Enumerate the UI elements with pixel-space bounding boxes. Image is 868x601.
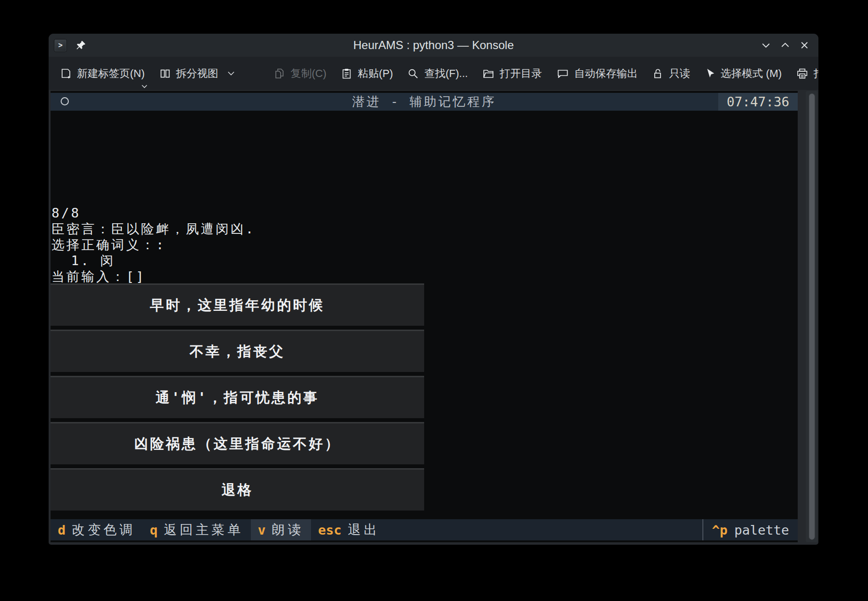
answer-option-4[interactable]: 凶险祸患（这里指命运不好） [51,422,424,464]
search-icon [407,68,419,79]
split-view-icon [159,68,171,79]
minimize-button[interactable] [759,38,773,52]
answer-option-1[interactable]: 早时，这里指年幼的时候 [51,283,424,326]
chevron-up-icon [780,40,790,51]
terminal-area[interactable]: 潜进 - 辅助记忆程序 07:47:36 8/8 臣密言：臣以险衅，夙遭闵凶. … [51,91,798,542]
key-hint: q [150,523,157,537]
auto-save-output-label: 自动保存输出 [574,66,638,81]
cursor-arrow-icon [705,68,715,79]
terminal-wrap: 潜进 - 辅助记忆程序 07:47:36 8/8 臣密言：臣以险衅，夙遭闵凶. … [49,91,818,542]
find-label: 查找(F)... [424,66,467,81]
window-title: HeurAMS : python3 — Konsole [49,38,818,52]
pin-icon[interactable] [76,40,86,51]
footer-key-palette[interactable]: ^p palette [702,519,798,540]
key-hint: d [58,523,65,537]
tui-header-title: 潜进 - 辅助记忆程序 [51,93,798,111]
footer-key-read-aloud[interactable]: v 朗读 [251,519,311,540]
sentence-line: 臣密言：臣以险衅，夙遭闵凶. [52,221,255,237]
key-hint: esc [318,523,342,537]
unlocked-padlock-icon [652,68,664,79]
app-icon-glyph: > [58,41,63,50]
copy-button[interactable]: 复制(C) [274,66,327,81]
question-item-line: 1. 闵 [52,253,255,269]
copy-label: 复制(C) [291,66,327,81]
prompt-line: 选择正确词义：: [52,237,255,253]
answer-option-3[interactable]: 通'悯'，指可忧患的事 [51,376,424,418]
konsole-window: > HeurAMS : python3 — Konsole [49,34,818,545]
footer-key-change-theme[interactable]: d 改变色调 [51,519,143,540]
backspace-option[interactable]: 退格 [51,468,424,511]
answer-option-2[interactable]: 不幸，指丧父 [51,330,424,372]
split-view-button[interactable]: 拆分视图 [159,66,235,81]
new-tab-button[interactable]: 新建标签页(N) [60,66,145,81]
maximize-button[interactable] [778,38,792,52]
chevron-down-icon [761,40,771,51]
key-hint: ^p [712,523,728,537]
close-button[interactable] [797,38,812,52]
split-view-caret-icon[interactable] [227,71,235,76]
new-tab-label: 新建标签页(N) [77,66,145,81]
split-view-label: 拆分视图 [176,66,219,81]
key-action: 返回主菜单 [164,521,244,538]
open-directory-button[interactable]: 打开目录 [482,66,542,81]
read-only-label: 只读 [669,66,690,81]
auto-save-output-button[interactable]: 自动保存输出 [557,66,638,81]
new-tab-dropdown-caret-icon[interactable] [141,84,148,89]
tui-clock: 07:47:36 [718,93,798,111]
terminal-output: 8/8 臣密言：臣以险衅，夙遭闵凶. 选择正确词义：: 1. 闵 当前输入：[] [52,205,255,284]
toolbar: 新建标签页(N) 拆分视图 复制(C) [49,57,818,90]
paste-button[interactable]: 粘贴(P) [341,66,393,81]
select-mode-label: 选择模式 (M) [721,66,782,81]
speech-bubble-icon [557,68,569,79]
app-icon[interactable]: > [54,39,67,52]
new-tab-icon [60,68,72,79]
print-button[interactable]: 打印 [796,66,818,81]
key-hint: v [258,523,266,537]
open-directory-label: 打开目录 [500,66,542,81]
footer-key-main-menu[interactable]: q 返回主菜单 [143,519,250,540]
key-action: 改变色调 [72,521,135,538]
key-action: palette [734,523,789,537]
progress-line: 8/8 [52,205,255,221]
screen: > HeurAMS : python3 — Konsole [0,0,868,601]
footer-key-exit[interactable]: esc 退出 [311,519,387,540]
paste-icon [341,68,352,79]
read-only-button[interactable]: 只读 [652,66,690,81]
paste-label: 粘贴(P) [358,66,393,81]
answer-options: 早时，这里指年幼的时候 不幸，指丧父 通'悯'，指可忧患的事 凶险祸患（这里指命… [51,280,424,511]
key-action: 退出 [348,521,380,538]
printer-icon [796,68,808,79]
folder-icon [482,68,494,79]
scrollbar-thumb[interactable] [809,93,815,540]
key-action: 朗读 [272,521,304,538]
copy-icon [274,68,285,79]
titlebar[interactable]: > HeurAMS : python3 — Konsole [49,34,818,57]
print-label: 打印 [814,66,818,81]
tui-footer: d 改变色调 q 返回主菜单 v 朗读 esc 退出 [51,519,798,540]
select-mode-button[interactable]: 选择模式 (M) [705,66,782,81]
window-controls [759,38,812,52]
close-icon [799,40,810,51]
find-button[interactable]: 查找(F)... [407,66,467,81]
tui-header: 潜进 - 辅助记忆程序 07:47:36 [51,93,798,111]
